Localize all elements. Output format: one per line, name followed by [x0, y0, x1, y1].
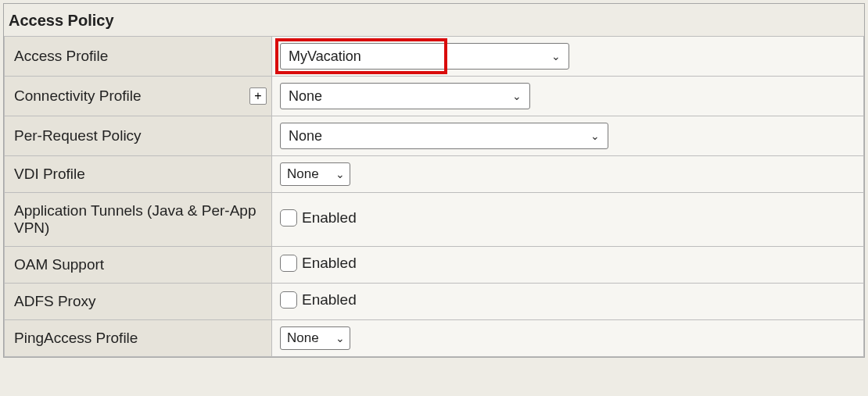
per-request-value: None	[289, 128, 322, 144]
row-vdi-profile: VDI Profile None ⌄	[5, 156, 864, 193]
cell-access-profile: MyVacation ⌄	[272, 37, 864, 77]
label-connectivity-text: Connectivity Profile	[14, 87, 142, 104]
add-connectivity-button[interactable]: +	[249, 87, 267, 105]
app-tunnels-check-label: Enabled	[302, 209, 357, 227]
label-connectivity-profile: Connectivity Profile +	[5, 77, 272, 116]
access-profile-select[interactable]: MyVacation ⌄	[280, 43, 569, 70]
label-pingaccess: PingAccess Profile	[5, 320, 272, 357]
per-request-select[interactable]: None ⌄	[280, 123, 608, 149]
row-adfs-proxy: ADFS Proxy Enabled	[5, 284, 864, 320]
chevron-down-icon: ⌄	[590, 130, 600, 142]
cell-connectivity: None ⌄	[272, 77, 864, 116]
panel-title: Access Policy	[4, 4, 864, 36]
vdi-profile-select[interactable]: None ⌄	[280, 162, 350, 186]
cell-app-tunnels: Enabled	[272, 193, 864, 247]
pingaccess-select[interactable]: None ⌄	[280, 326, 350, 350]
cell-adfs: Enabled	[272, 284, 864, 320]
chevron-down-icon: ⌄	[512, 90, 522, 102]
cell-pingaccess: None ⌄	[272, 320, 864, 357]
oam-check-label: Enabled	[302, 255, 357, 272]
row-app-tunnels: Application Tunnels (Java & Per-App VPN)…	[5, 193, 864, 247]
row-pingaccess-profile: PingAccess Profile None ⌄	[5, 320, 864, 357]
row-access-profile: Access Profile MyVacation ⌄	[5, 37, 864, 77]
cell-oam: Enabled	[272, 247, 864, 284]
adfs-checkbox[interactable]	[280, 291, 297, 309]
access-profile-value: MyVacation	[289, 48, 361, 65]
row-per-request-policy: Per-Request Policy None ⌄	[5, 116, 864, 156]
settings-table: Access Profile MyVacation ⌄ Connectivity…	[4, 36, 864, 357]
label-per-request: Per-Request Policy	[5, 116, 272, 156]
label-adfs: ADFS Proxy	[5, 284, 272, 320]
row-oam-support: OAM Support Enabled	[5, 247, 864, 284]
adfs-check-label: Enabled	[302, 291, 357, 309]
cell-per-request: None ⌄	[272, 116, 864, 156]
connectivity-profile-value: None	[289, 88, 322, 105]
label-access-profile: Access Profile	[5, 37, 272, 77]
chevron-down-icon: ⌄	[335, 332, 345, 344]
chevron-down-icon: ⌄	[335, 168, 345, 180]
vdi-profile-value: None	[287, 166, 319, 182]
cell-vdi: None ⌄	[272, 156, 864, 193]
label-app-tunnels: Application Tunnels (Java & Per-App VPN)	[5, 193, 272, 247]
app-tunnels-checkbox[interactable]	[280, 209, 297, 227]
pingaccess-value: None	[287, 330, 319, 346]
label-oam: OAM Support	[5, 247, 272, 284]
label-vdi: VDI Profile	[5, 156, 272, 193]
access-policy-panel: Access Policy Access Profile MyVacation …	[3, 3, 865, 358]
chevron-down-icon: ⌄	[551, 50, 561, 62]
oam-checkbox[interactable]	[280, 255, 297, 272]
connectivity-profile-select[interactable]: None ⌄	[280, 83, 530, 109]
row-connectivity-profile: Connectivity Profile + None ⌄	[5, 77, 864, 116]
